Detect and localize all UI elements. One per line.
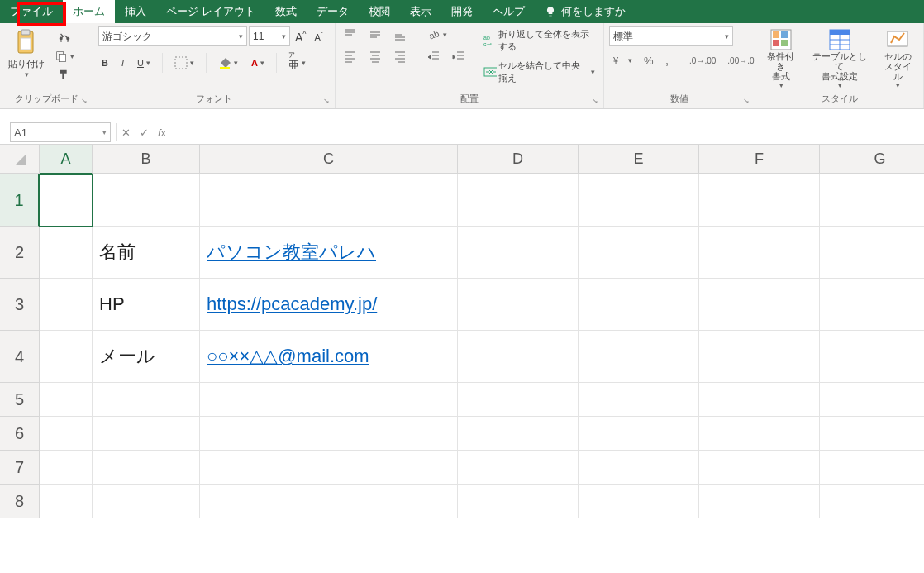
column-header[interactable]: C bbox=[200, 145, 458, 174]
copy-button[interactable]: ▾ bbox=[51, 48, 78, 64]
row-header[interactable]: 4 bbox=[0, 331, 40, 383]
cell[interactable] bbox=[699, 383, 820, 417]
cell[interactable]: メール bbox=[93, 331, 200, 383]
row-header[interactable]: 8 bbox=[0, 485, 40, 518]
increase-indent-button[interactable] bbox=[449, 48, 469, 64]
cell[interactable] bbox=[579, 485, 699, 518]
cell[interactable] bbox=[200, 417, 458, 451]
cut-button[interactable] bbox=[51, 30, 78, 46]
cell[interactable]: 名前 bbox=[93, 227, 200, 279]
row-header[interactable]: 7 bbox=[0, 451, 40, 485]
cell[interactable] bbox=[579, 279, 699, 331]
row-header[interactable]: 1 bbox=[0, 174, 40, 227]
tab-home[interactable]: ホーム bbox=[63, 0, 115, 23]
decrease-font-button[interactable]: Aˇ bbox=[312, 29, 326, 44]
cell[interactable] bbox=[579, 331, 699, 383]
hyperlink[interactable]: ○○××△△@mail.com bbox=[207, 346, 369, 367]
tell-me-search[interactable]: 何をしますか bbox=[535, 0, 636, 23]
cell[interactable] bbox=[458, 383, 579, 417]
cell[interactable] bbox=[40, 417, 93, 451]
cell[interactable] bbox=[40, 174, 93, 227]
tab-page-layout[interactable]: ページ レイアウト bbox=[156, 0, 265, 23]
align-middle-button[interactable] bbox=[365, 26, 385, 43]
dialog-launcher-icon[interactable]: ↘ bbox=[592, 97, 598, 105]
align-left-button[interactable] bbox=[341, 48, 360, 64]
cell[interactable] bbox=[579, 451, 699, 485]
cell[interactable] bbox=[40, 227, 93, 279]
cell[interactable] bbox=[820, 451, 924, 485]
tab-insert[interactable]: 挿入 bbox=[115, 0, 156, 23]
cell[interactable] bbox=[200, 451, 458, 485]
column-header[interactable]: D bbox=[458, 145, 579, 174]
row-header[interactable]: 6 bbox=[0, 417, 40, 451]
cell[interactable] bbox=[820, 331, 924, 383]
hyperlink[interactable]: パソコン教室パレハ bbox=[207, 240, 376, 265]
phonetic-button[interactable]: ア亜▾ bbox=[285, 51, 309, 74]
tab-formulas[interactable]: 数式 bbox=[265, 0, 307, 23]
column-header[interactable]: B bbox=[93, 145, 200, 174]
cell[interactable] bbox=[200, 383, 458, 417]
conditional-formatting-button[interactable]: 条件付き 書式▾ bbox=[760, 26, 801, 91]
cell[interactable] bbox=[93, 174, 200, 227]
font-size-select[interactable]: 11▾ bbox=[249, 26, 290, 46]
cancel-formula-button[interactable]: ✕ bbox=[116, 123, 135, 141]
insert-function-button[interactable]: fx bbox=[153, 127, 171, 139]
cell[interactable] bbox=[458, 331, 579, 383]
column-header[interactable]: A bbox=[40, 145, 93, 174]
row-header[interactable]: 5 bbox=[0, 383, 40, 417]
cell[interactable] bbox=[699, 417, 820, 451]
cell[interactable] bbox=[699, 485, 820, 518]
cell[interactable] bbox=[40, 383, 93, 417]
cell[interactable] bbox=[458, 279, 579, 331]
column-header[interactable]: F bbox=[699, 145, 820, 174]
cell[interactable] bbox=[458, 451, 579, 485]
name-box[interactable]: A1▾ bbox=[10, 122, 111, 142]
cell[interactable] bbox=[579, 227, 699, 279]
cell[interactable] bbox=[458, 485, 579, 518]
cell[interactable] bbox=[93, 451, 200, 485]
decrease-decimal-button[interactable]: .00→.0 bbox=[724, 55, 757, 67]
row-header[interactable]: 3 bbox=[0, 279, 40, 331]
select-all-corner[interactable] bbox=[0, 145, 40, 174]
number-format-select[interactable]: 標準▾ bbox=[609, 26, 733, 46]
formula-input[interactable] bbox=[171, 123, 924, 141]
bold-button[interactable]: B bbox=[98, 56, 112, 69]
cell[interactable] bbox=[820, 485, 924, 518]
tab-file[interactable]: ファイル bbox=[0, 0, 63, 23]
cell[interactable] bbox=[93, 383, 200, 417]
orientation-button[interactable]: ab▾ bbox=[424, 26, 450, 43]
dialog-launcher-icon[interactable]: ↘ bbox=[743, 97, 750, 105]
cell[interactable]: https://pcacademy.jp/ bbox=[200, 279, 458, 331]
merge-center-button[interactable]: セルを結合して中央揃え▾ bbox=[480, 58, 598, 86]
cell[interactable]: パソコン教室パレハ bbox=[200, 227, 458, 279]
cell[interactable] bbox=[579, 417, 699, 451]
tab-help[interactable]: ヘルプ bbox=[483, 0, 535, 23]
cell-styles-button[interactable]: セルの スタイル▾ bbox=[878, 26, 918, 91]
percent-button[interactable]: % bbox=[641, 53, 657, 69]
cell[interactable] bbox=[699, 227, 820, 279]
cell[interactable] bbox=[820, 383, 924, 417]
align-bottom-button[interactable] bbox=[390, 26, 410, 43]
align-top-button[interactable] bbox=[341, 26, 360, 43]
align-center-button[interactable] bbox=[365, 48, 385, 64]
tab-review[interactable]: 校閲 bbox=[359, 0, 400, 23]
cell[interactable]: HP bbox=[93, 279, 200, 331]
dialog-launcher-icon[interactable]: ↘ bbox=[323, 97, 330, 105]
align-right-button[interactable] bbox=[390, 48, 410, 64]
cell[interactable] bbox=[40, 485, 93, 518]
cell[interactable] bbox=[820, 417, 924, 451]
format-as-table-button[interactable]: テーブルとして 書式設定▾ bbox=[807, 26, 873, 91]
cell[interactable] bbox=[200, 174, 458, 227]
tab-view[interactable]: 表示 bbox=[400, 0, 441, 23]
fill-color-button[interactable]: ▾ bbox=[215, 55, 241, 71]
paste-button[interactable]: 貼り付け ▾ bbox=[5, 26, 48, 80]
borders-button[interactable]: ▾ bbox=[171, 55, 198, 71]
increase-decimal-button[interactable]: .0→.00 bbox=[686, 55, 719, 67]
cell[interactable]: ○○××△△@mail.com bbox=[200, 331, 458, 383]
cell[interactable] bbox=[579, 383, 699, 417]
tab-developer[interactable]: 開発 bbox=[441, 0, 483, 23]
tab-data[interactable]: データ bbox=[307, 0, 359, 23]
cell[interactable] bbox=[820, 174, 924, 227]
row-header[interactable]: 2 bbox=[0, 227, 40, 279]
decrease-indent-button[interactable] bbox=[424, 48, 444, 64]
